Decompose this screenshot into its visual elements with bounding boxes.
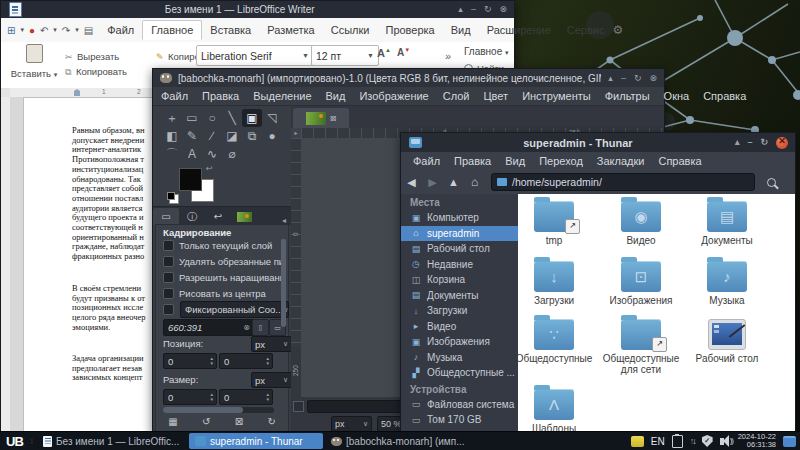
taskbar-gimp-button[interactable]: [babochka-monarh] (имп... xyxy=(325,433,477,449)
option-fixed-checkbox[interactable] xyxy=(163,304,174,315)
option-current-layer-only[interactable]: Только текущий слой xyxy=(163,240,281,251)
tool-options-tab[interactable]: ▭ xyxy=(153,208,179,225)
position-unit-select[interactable]: px∨ xyxy=(251,336,292,352)
image-thumbnail-tab[interactable] xyxy=(231,208,257,225)
writer-titlebar[interactable]: Без имени 1 — LibreOffice Writer ▴ – ↻ ⊗ xyxy=(1,1,514,18)
tab-insert[interactable]: Вставка xyxy=(202,21,259,39)
gear-icon[interactable]: ⚙ xyxy=(612,23,623,37)
tab-view[interactable]: Вид xyxy=(443,21,479,39)
file-tmp[interactable]: ↗ tmp xyxy=(518,196,594,246)
size-height-spinner[interactable]: 0▲▼ xyxy=(219,389,273,405)
clipboard-icon[interactable] xyxy=(672,435,683,448)
gimp-menu-layer[interactable]: Слой xyxy=(443,90,470,102)
tool-paintbrush-icon[interactable]: ✎ xyxy=(182,127,202,145)
show-desktop-icon[interactable] xyxy=(783,436,796,447)
default-colors-icon[interactable] xyxy=(167,192,175,200)
image-tab[interactable]: ⊠ xyxy=(293,108,349,128)
writer-maximize-button[interactable]: ↻ xyxy=(484,5,492,14)
option-delete-cropped-pixels[interactable]: Удалять обрезанные пиксели xyxy=(163,256,281,267)
thunar-close-button[interactable]: ✕ xyxy=(776,137,788,149)
file-videos[interactable]: ◉ Видео xyxy=(601,196,681,246)
gimp-menu-help[interactable]: Справка xyxy=(703,90,746,102)
portrait-icon[interactable]: ▯ xyxy=(252,319,269,336)
undo-caret-icon[interactable]: ▾ xyxy=(53,26,57,34)
tool-eraser-icon[interactable]: ◪ xyxy=(222,127,242,145)
swap-colors-icon[interactable]: ↩ xyxy=(206,164,213,173)
font-name-select[interactable]: Liberation Serif▼ xyxy=(196,45,314,66)
clock[interactable]: 2024-10-22 06:31:38 xyxy=(738,433,776,450)
tool-ink-icon[interactable]: ∿ xyxy=(202,145,222,163)
tab-review[interactable]: Проверка xyxy=(377,21,442,39)
tool-crop-icon[interactable]: ▣ xyxy=(242,109,262,127)
toolbar-overflow-button[interactable]: » xyxy=(445,50,451,62)
options-vertical-scrollbar[interactable] xyxy=(281,239,286,327)
sidebar-item-trash[interactable]: ◫Корзина xyxy=(401,272,518,288)
tab-extension[interactable]: Расширение xyxy=(479,21,559,39)
file-pictures[interactable]: ⊡ Изображения xyxy=(601,256,681,306)
ratio-input[interactable]: 660:391⊗ xyxy=(163,319,255,336)
forward-button[interactable]: ▶ xyxy=(422,176,443,189)
redo-caret-icon[interactable]: ▾ xyxy=(75,26,79,34)
clear-input-icon[interactable]: ⊗ xyxy=(243,323,250,332)
gimp-menu-select[interactable]: Выделение xyxy=(253,90,311,102)
sidebar-item-public[interactable]: ▞Общедоступные ... xyxy=(401,365,518,381)
file-music[interactable]: ♪ Музыка xyxy=(687,256,767,306)
option-expand-from-center[interactable]: Рисовать из центра xyxy=(163,288,281,299)
gimp-close-button[interactable]: ⊗ xyxy=(649,74,657,83)
file-documents[interactable]: ▤ Документы xyxy=(687,196,767,246)
gimp-menu-tools[interactable]: Инструменты xyxy=(522,90,591,102)
tool-zoom-icon[interactable]: ⌀ xyxy=(222,145,242,163)
tool-pencil-icon[interactable]: ∕ xyxy=(202,127,222,145)
applications-menu-button[interactable]: UB xyxy=(0,434,31,449)
up-button[interactable]: ▲ xyxy=(443,176,464,188)
writer-minimize-button[interactable]: – xyxy=(471,5,476,14)
foreground-color-swatch[interactable] xyxy=(179,168,202,191)
print-icon[interactable]: ▤ xyxy=(84,25,93,36)
tool-text-icon[interactable]: A xyxy=(182,145,202,163)
context-select[interactable]: Главное ▾ xyxy=(464,46,509,57)
tool-bucket-fill-icon[interactable]: ◧ xyxy=(162,127,182,145)
thunar-file-pane[interactable]: ↗ tmp ◉ Видео ▤ Документы ↓ Загрузки ⊡ И… xyxy=(518,194,795,431)
thunar-minimize-button[interactable]: – xyxy=(747,138,752,147)
tab-home[interactable]: Главное xyxy=(142,20,202,40)
pointer-tab[interactable]: ⓘ xyxy=(179,208,205,225)
gimp-menu-file[interactable]: Файл xyxy=(161,90,188,102)
volume-icon[interactable] xyxy=(720,438,724,445)
thunar-menu-bookmarks[interactable]: Закладки xyxy=(597,155,645,167)
ruler-corner-button[interactable]: ▸ xyxy=(291,128,301,138)
gimp-shade-button[interactable]: ▴ xyxy=(608,74,613,83)
thunar-search-icon[interactable] xyxy=(767,178,776,187)
keyboard-layout-indicator[interactable]: EN xyxy=(651,436,665,447)
tool-paths-icon[interactable]: ╲ xyxy=(222,109,242,127)
restore-options-icon[interactable]: ↺ xyxy=(202,416,210,427)
sidebar-item-videos[interactable]: ▸Видео xyxy=(401,319,518,335)
save-options-icon[interactable]: ▦ xyxy=(168,416,177,427)
file-desktop[interactable]: Рабочий стол xyxy=(687,314,767,364)
font-size-select[interactable]: 12 пт▼ xyxy=(311,45,379,66)
gimp-menu-edit[interactable]: Правка xyxy=(202,90,239,102)
size-width-spinner[interactable]: 0▲▼ xyxy=(163,389,217,405)
writer-close-button[interactable]: ⊗ xyxy=(499,5,507,14)
sidebar-item-computer[interactable]: ▣Компьютер xyxy=(401,210,518,226)
tab-tools[interactable]: Сервис xyxy=(559,21,613,39)
thunar-menu-view[interactable]: Вид xyxy=(505,155,525,167)
thunar-menu-edit[interactable]: Правка xyxy=(454,155,491,167)
gimp-menu-view[interactable]: Вид xyxy=(326,90,346,102)
delete-options-icon[interactable]: ⊠ xyxy=(235,416,243,427)
gimp-menu-image[interactable]: Изображение xyxy=(359,90,428,102)
tool-clone-icon[interactable]: ⧉ xyxy=(242,127,262,145)
new-doc-caret-icon[interactable]: ▾ xyxy=(20,26,24,34)
fixed-ratio-select[interactable]: Фиксированный Соо...∨ xyxy=(180,301,289,318)
writer-shade-button[interactable]: ▴ xyxy=(458,5,463,14)
gimp-titlebar[interactable]: [babochka-monarh] (импортировано)-1.0 (Ц… xyxy=(153,69,664,87)
reset-options-icon[interactable]: ↻ xyxy=(267,416,275,427)
file-public-network[interactable]: ↗ Общедоступные для сети xyxy=(601,314,681,375)
quick-mask-icon[interactable] xyxy=(293,401,304,412)
tool-transform-icon[interactable]: ◹ xyxy=(262,109,282,127)
new-doc-icon[interactable]: ⊞ xyxy=(7,25,15,36)
tool-move-icon[interactable]: ＋ xyxy=(162,109,182,127)
sidebar-item-desktop[interactable]: ▤Рабочий стол xyxy=(401,241,518,257)
position-y-spinner[interactable]: 0▲▼ xyxy=(219,353,273,369)
tab-layout[interactable]: Разметка xyxy=(259,21,323,39)
option-allow-growing[interactable]: Разрешить наращивание xyxy=(163,272,281,283)
